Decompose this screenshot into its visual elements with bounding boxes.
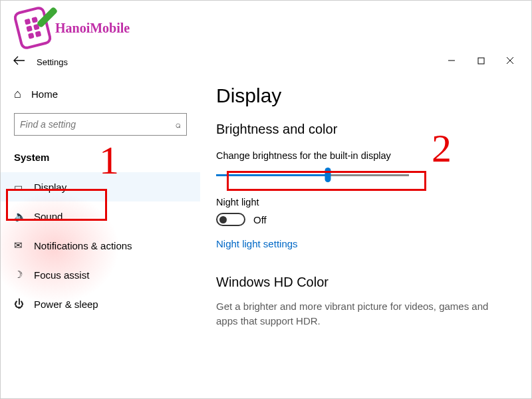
sound-icon [14,210,34,222]
night-light-settings-link[interactable]: Night light settings [216,238,298,249]
section-heading-hd-color: Windows HD Color [216,275,511,290]
minimize-button[interactable] [437,52,466,72]
window-title: Settings [37,57,68,67]
back-button[interactable] [6,56,33,68]
brightness-label: Change brightness for the built-in displ… [216,150,511,161]
night-light-state: Off [253,214,267,225]
hd-color-description: Get a brighter and more vibrant picture … [216,299,511,329]
sidebar-item-sound[interactable]: Sound [1,201,200,231]
power-sleep-icon [14,298,34,310]
watermark-text: HanoiMobile [55,21,130,36]
section-heading-brightness: Brightness and color [216,122,511,137]
home-label: Home [31,88,58,100]
sidebar: Home ⌕ System Display Sound Notification… [1,75,200,398]
svg-rect-1 [478,58,484,64]
sidebar-item-label: Sound [34,211,63,222]
close-button[interactable] [495,52,525,72]
search-input[interactable] [20,119,176,130]
display-icon [14,181,34,193]
search-box[interactable]: ⌕ [14,113,187,136]
slider-thumb[interactable] [325,168,331,182]
focus-assist-icon [14,269,34,281]
sidebar-item-power-sleep[interactable]: Power & sleep [1,289,200,319]
sidebar-section-label: System [1,145,200,172]
slider-fill [216,174,328,176]
home-icon [14,87,31,101]
watermark-logo: HanoiMobile [17,9,130,47]
sidebar-item-notifications[interactable]: Notifications & actions [1,231,200,260]
maximize-button[interactable] [466,52,495,72]
sidebar-item-label: Power & sleep [34,299,98,310]
sidebar-item-label: Focus assist [34,269,89,281]
page-heading: Display [216,84,511,107]
search-icon: ⌕ [176,119,181,130]
toggle-knob [219,216,227,223]
notifications-icon [14,239,34,251]
night-light-label: Night light [216,197,511,207]
home-nav-item[interactable]: Home [1,82,200,106]
main-panel: Display Brightness and color Change brig… [200,75,531,398]
sidebar-item-display[interactable]: Display [1,172,200,201]
sidebar-item-label: Notifications & actions [34,240,132,251]
window-titlebar: Settings [1,49,531,75]
sidebar-item-label: Display [34,182,66,193]
brightness-slider[interactable] [216,168,409,182]
night-light-toggle[interactable] [216,213,245,226]
slider-track [216,174,409,176]
sidebar-item-focus-assist[interactable]: Focus assist [1,260,200,289]
